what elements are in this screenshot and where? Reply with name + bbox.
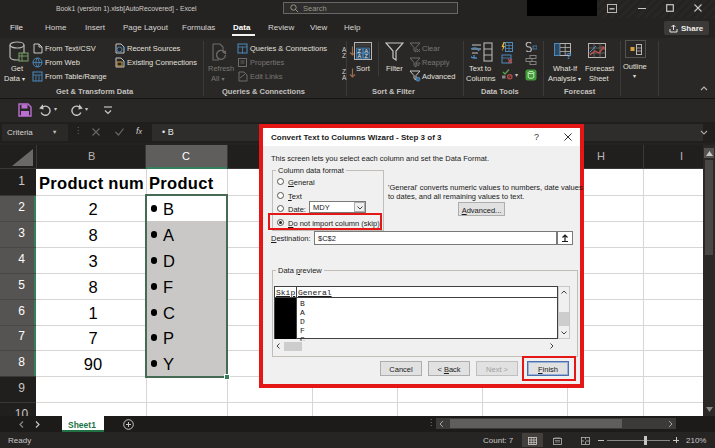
svg-text:Z: Z [342,52,346,58]
svg-text:?: ? [566,51,572,60]
svg-text:A: A [342,74,347,80]
svg-text:A: A [358,53,362,59]
